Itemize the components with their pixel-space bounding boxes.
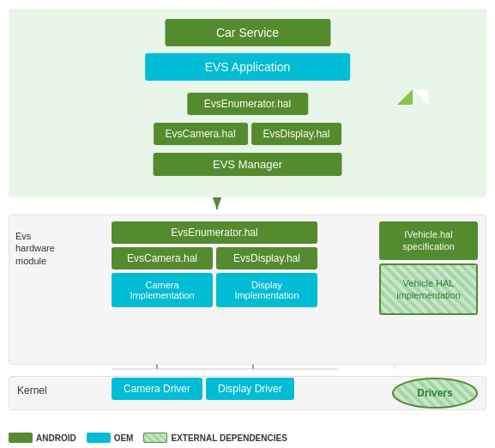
hal-pair-top: EvsCamera.hal EvsDisplay.hal — [154, 123, 342, 145]
display-driver-box: Display Driver — [206, 378, 294, 400]
legend-ext-label: EXTERNAL DEPENDENCIES — [171, 433, 287, 443]
display-impl-box: Display Implementation — [216, 273, 317, 307]
diagram: Car Service EVS Application EvsEnumerato… — [0, 0, 495, 448]
evs-enumerator-top-label: EvsEnumerator.hal — [204, 98, 291, 110]
legend: ANDROID OEM EXTERNAL DEPENDENCIES — [9, 433, 486, 443]
car-service-box: Car Service — [165, 19, 330, 46]
center-col: EvsEnumerator.hal EvsCamera.hal EvsDispl… — [112, 221, 317, 307]
legend-oem-icon — [87, 433, 111, 443]
evs-display-hal-mid-box: EvsDisplay.hal — [216, 247, 317, 269]
kernel-label: Kernel — [17, 384, 47, 397]
drivers-oval: Drivers — [392, 378, 478, 409]
evs-manager-box: EVS Manager — [153, 153, 342, 176]
evs-camera-hal-top-box: EvsCamera.hal — [154, 123, 248, 145]
evs-enumerator-mid-box: EvsEnumerator.hal — [112, 221, 317, 244]
legend-oem-label: OEM — [114, 433, 134, 443]
impl-pair: Camera Implementation Display Implementa… — [112, 273, 317, 307]
legend-oem: OEM — [87, 433, 134, 443]
vehicle-hal-impl-box: Vehicle HAL implementation — [379, 263, 478, 316]
legend-external: EXTERNAL DEPENDENCIES — [143, 433, 287, 443]
camera-impl-box: Camera Implementation — [112, 273, 213, 307]
legend-android-label: ANDROID — [36, 433, 76, 443]
ivehicle-spec-box: IVehicle.hal specification — [379, 221, 478, 260]
evs-hardware-label: Evs hardware module — [15, 230, 71, 267]
evs-display-hal-top-box: EvsDisplay.hal — [251, 123, 342, 145]
evs-camera-hal-mid-box: EvsCamera.hal — [112, 247, 213, 269]
right-col: IVehicle.hal specification Vehicle HAL i… — [379, 221, 478, 315]
legend-android: ANDROID — [9, 433, 76, 443]
car-service-label: Car Service — [216, 26, 279, 39]
legend-ext-icon — [143, 433, 167, 443]
legend-android-icon — [9, 433, 33, 443]
evs-application-label: EVS Application — [205, 60, 291, 74]
hal-pair-mid: EvsCamera.hal EvsDisplay.hal — [112, 247, 317, 269]
evs-manager-label: EVS Manager — [213, 158, 282, 171]
kernel-drivers: Camera Driver Display Driver — [112, 378, 294, 400]
evs-enumerator-top-box: EvsEnumerator.hal — [187, 93, 308, 115]
evs-application-box: EVS Application — [145, 53, 351, 81]
camera-driver-box: Camera Driver — [112, 378, 202, 400]
